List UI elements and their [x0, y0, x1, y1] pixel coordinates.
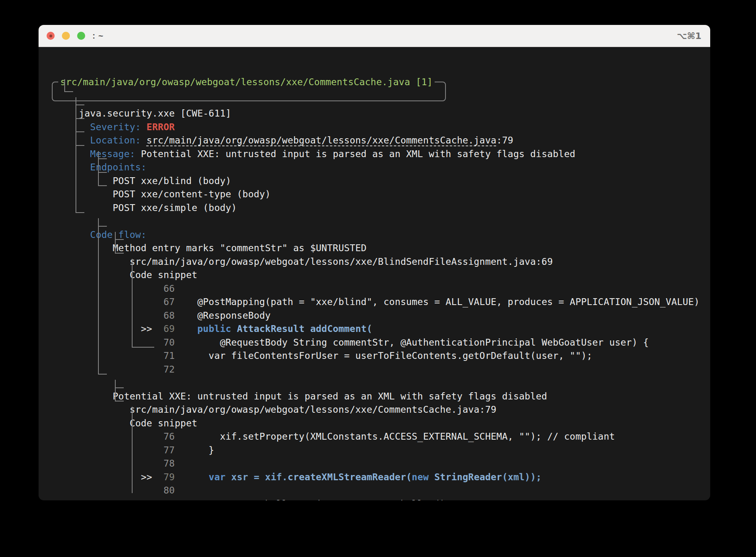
tree-line: [76, 145, 84, 146]
tree-line: [98, 158, 107, 159]
terminal-line: 76 xif.setProperty(XMLConstants.ACCESS_E…: [39, 430, 710, 444]
tree-line: [132, 259, 133, 348]
tree-line: [64, 79, 65, 92]
terminal-line: POST xxe/content-type (body): [39, 188, 710, 201]
terminal-line: src/main/java/org/owasp/webgoat/lessons/…: [39, 403, 710, 417]
tree-line: [132, 407, 133, 493]
tree-line: [115, 253, 124, 254]
tree-line: [98, 226, 107, 227]
tree-line: [115, 401, 124, 401]
terminal-line: Endpoints:: [39, 161, 710, 174]
close-button[interactable]: [47, 32, 55, 40]
terminal-line: Code snippet: [39, 417, 710, 430]
terminal-output: java.security.xxe [CWE-611] Severity: ER…: [39, 107, 710, 500]
terminal-window: : ~ ⌥⌘1 src/main/java/org/owasp/webgoat/…: [39, 25, 710, 500]
terminal-line: Message: Potential XXE: untrusted input …: [39, 147, 710, 161]
tree-line: [98, 185, 107, 186]
terminal-line: src/main/java/org/owasp/webgoat/lessons/…: [39, 255, 710, 269]
terminal-line: 67 @PostMapping(path = "xxe/blind", cons…: [39, 295, 710, 309]
tree-line: [115, 232, 116, 254]
terminal-line: Code flow:: [39, 228, 710, 242]
terminal-line: java.security.xxe [CWE-611]: [39, 107, 710, 121]
terminal-line: 81 var unmarshaller = jc.createUnmarshal…: [39, 498, 710, 501]
tree-line: [76, 118, 84, 119]
tree-line: [98, 151, 99, 186]
tree-line: [76, 212, 84, 213]
terminal-line: >> 69 public AttackResult addComment(: [39, 322, 710, 336]
terminal-content[interactable]: src/main/java/org/owasp/webgoat/lessons/…: [39, 47, 710, 500]
terminal-line: Location: src/main/java/org/owasp/webgoa…: [39, 134, 710, 147]
terminal-line: 68 @ResponseBody: [39, 309, 710, 323]
terminal-line: POST xxe/simple (body): [39, 201, 710, 215]
terminal-line: Severity: ERROR: [39, 121, 710, 134]
window-title: : ~: [92, 31, 104, 41]
terminal-line: [39, 376, 710, 390]
tree-line: [98, 374, 107, 375]
terminal-line: 78: [39, 457, 710, 471]
terminal-line: Potential XXE: untrusted input is parsed…: [39, 390, 710, 403]
terminal-line: 66: [39, 282, 710, 296]
zoom-button[interactable]: [77, 32, 85, 40]
keyboard-shortcut-badge: ⌥⌘1: [677, 31, 701, 41]
tree-line: [115, 387, 124, 388]
tree-line: [76, 131, 84, 132]
finding-file-path: src/main/java/org/owasp/webgoat/lessons/…: [58, 77, 435, 87]
terminal-line: 77 }: [39, 444, 710, 457]
terminal-line: 72: [39, 363, 710, 377]
finding-file-header-box: src/main/java/org/owasp/webgoat/lessons/…: [52, 77, 446, 101]
tree-line: [132, 347, 154, 348]
tree-line: [76, 97, 76, 213]
tree-line: [115, 239, 124, 240]
terminal-line: 80: [39, 484, 710, 498]
tree-line: [98, 172, 107, 173]
terminal-line: [39, 215, 710, 228]
terminal-line: >> 79 var xsr = xif.createXMLStreamReade…: [39, 471, 710, 484]
minimize-button[interactable]: [62, 32, 70, 40]
terminal-line: Method entry marks "commentStr" as $UNTR…: [39, 242, 710, 255]
tree-line: [76, 104, 84, 105]
traffic-lights: [39, 32, 85, 40]
terminal-line: Code snippet: [39, 268, 710, 282]
terminal-line: 71 var fileContentsForUser = userToFileC…: [39, 349, 710, 363]
tree-line: [115, 380, 116, 401]
tree-line: [64, 91, 73, 92]
terminal-line: POST xxe/blind (body): [39, 174, 710, 188]
title-bar[interactable]: : ~ ⌥⌘1: [39, 25, 710, 47]
tree-line: [98, 218, 99, 375]
